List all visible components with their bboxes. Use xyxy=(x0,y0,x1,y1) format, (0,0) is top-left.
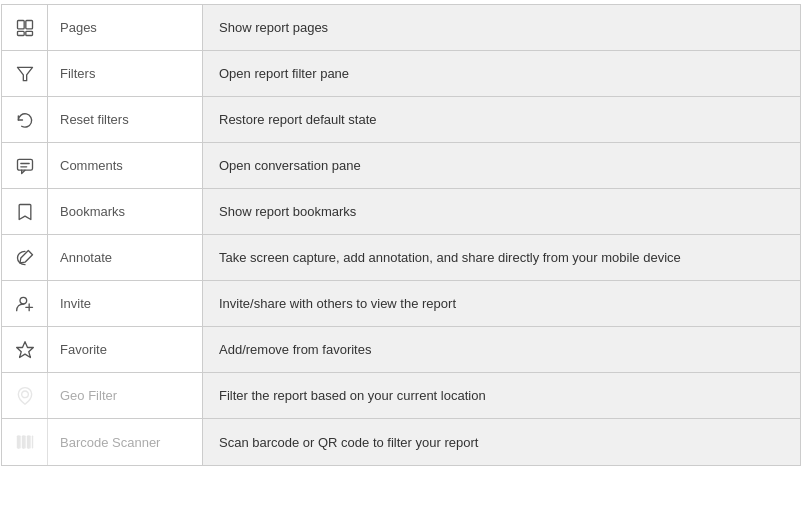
row-bookmarks: Bookmarks Show report bookmarks xyxy=(2,189,800,235)
annotate-description: Take screen capture, add annotation, and… xyxy=(203,235,800,280)
row-invite: Invite Invite/share with others to view … xyxy=(2,281,800,327)
svg-marker-11 xyxy=(16,341,33,357)
comments-label: Comments xyxy=(48,143,203,188)
svg-rect-2 xyxy=(17,31,24,35)
barcode-scanner-icon xyxy=(2,419,48,465)
comments-description: Open conversation pane xyxy=(203,143,800,188)
geo-filter-description: Filter the report based on your current … xyxy=(203,373,800,418)
annotate-icon xyxy=(2,235,48,280)
favorite-label: Favorite xyxy=(48,327,203,372)
svg-point-12 xyxy=(21,391,28,398)
invite-icon xyxy=(2,281,48,326)
pages-description: Show report pages xyxy=(203,5,800,50)
row-filters: Filters Open report filter pane xyxy=(2,51,800,97)
feature-table: Pages Show report pages Filters Open rep… xyxy=(1,4,801,466)
row-pages: Pages Show report pages xyxy=(2,5,800,51)
bookmarks-description: Show report bookmarks xyxy=(203,189,800,234)
invite-description: Invite/share with others to view the rep… xyxy=(203,281,800,326)
geo-filter-icon xyxy=(2,373,48,418)
row-annotate: Annotate Take screen capture, add annota… xyxy=(2,235,800,281)
pages-label: Pages xyxy=(48,5,203,50)
svg-marker-4 xyxy=(17,67,32,80)
geo-filter-label: Geo Filter xyxy=(48,373,203,418)
filters-icon xyxy=(2,51,48,96)
reset-filters-icon xyxy=(2,97,48,142)
bookmarks-icon xyxy=(2,189,48,234)
svg-rect-5 xyxy=(17,159,32,170)
svg-rect-3 xyxy=(25,31,32,35)
annotate-label: Annotate xyxy=(48,235,203,280)
reset-filters-description: Restore report default state xyxy=(203,97,800,142)
invite-label: Invite xyxy=(48,281,203,326)
barcode-scanner-description: Scan barcode or QR code to filter your r… xyxy=(203,419,800,465)
row-reset-filters: Reset filters Restore report default sta… xyxy=(2,97,800,143)
row-barcode-scanner: Barcode Scanner Scan barcode or QR code … xyxy=(2,419,800,465)
row-favorite: Favorite Add/remove from favorites xyxy=(2,327,800,373)
barcode-scanner-label: Barcode Scanner xyxy=(48,419,203,465)
bookmarks-label: Bookmarks xyxy=(48,189,203,234)
favorite-description: Add/remove from favorites xyxy=(203,327,800,372)
reset-filters-label: Reset filters xyxy=(48,97,203,142)
svg-rect-0 xyxy=(17,20,24,28)
comments-icon xyxy=(2,143,48,188)
filters-label: Filters xyxy=(48,51,203,96)
pages-icon xyxy=(2,5,48,50)
filters-description: Open report filter pane xyxy=(203,51,800,96)
svg-rect-1 xyxy=(25,20,32,28)
row-geo-filter: Geo Filter Filter the report based on yo… xyxy=(2,373,800,419)
row-comments: Comments Open conversation pane xyxy=(2,143,800,189)
svg-point-8 xyxy=(20,297,27,304)
favorite-icon xyxy=(2,327,48,372)
